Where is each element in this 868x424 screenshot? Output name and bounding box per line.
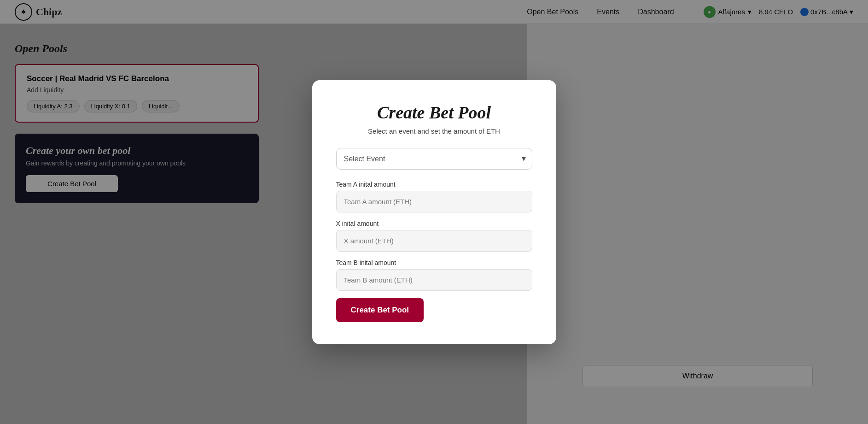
team-b-field: Team B inital amount bbox=[336, 259, 532, 291]
modal-subtitle: Select an event and set the amount of ET… bbox=[336, 127, 532, 135]
select-event-wrapper: Select Event ▾ bbox=[336, 148, 532, 170]
team-a-input[interactable] bbox=[336, 191, 532, 212]
team-b-label: Team B inital amount bbox=[336, 259, 532, 266]
create-bet-pool-modal: Create Bet Pool Select an event and set … bbox=[312, 80, 556, 344]
team-b-input[interactable] bbox=[336, 269, 532, 291]
select-event-dropdown[interactable]: Select Event bbox=[336, 148, 532, 170]
x-field: X inital amount bbox=[336, 220, 532, 252]
modal-title: Create Bet Pool bbox=[336, 102, 532, 123]
team-a-field: Team A inital amount bbox=[336, 181, 532, 212]
create-bet-pool-submit-button[interactable]: Create Bet Pool bbox=[336, 298, 424, 322]
modal-overlay: Create Bet Pool Select an event and set … bbox=[0, 0, 868, 424]
x-label: X inital amount bbox=[336, 220, 532, 227]
x-input[interactable] bbox=[336, 230, 532, 252]
team-a-label: Team A inital amount bbox=[336, 181, 532, 188]
